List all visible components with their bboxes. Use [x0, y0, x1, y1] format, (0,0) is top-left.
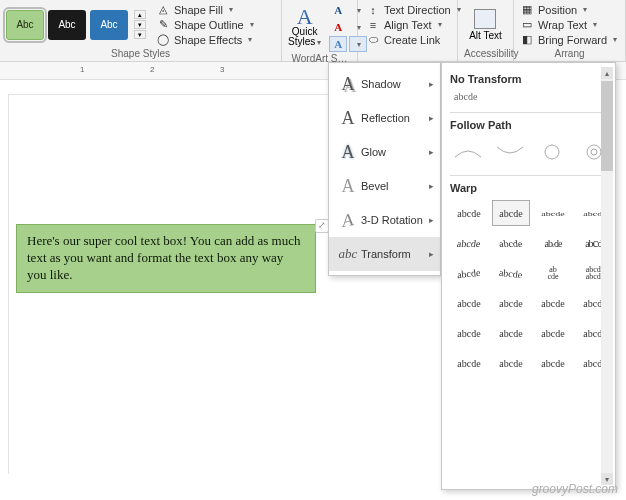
- no-transform-option[interactable]: abcde: [454, 91, 613, 102]
- shape-fill[interactable]: ◬Shape Fill▾: [156, 3, 254, 17]
- warp-option[interactable]: abcde: [450, 350, 488, 376]
- quick-styles-button[interactable]: A Quick Styles▾: [288, 7, 321, 48]
- position-icon: ▦: [520, 3, 534, 17]
- warp-option[interactable]: abcde: [492, 290, 530, 316]
- menu-rotation[interactable]: A3-D Rotation▸: [329, 203, 440, 237]
- warp-option[interactable]: abcde: [534, 200, 572, 226]
- forward-icon: ◧: [520, 33, 534, 47]
- shape-outline[interactable]: ✎Shape Outline▾: [156, 18, 254, 32]
- svg-point-0: [545, 145, 559, 159]
- warp-option[interactable]: abcde: [492, 320, 530, 346]
- warp-grid: abcde abcde abcde abcde abcde abcde abcd…: [450, 200, 613, 376]
- group-label-shape-styles: Shape Styles: [6, 47, 275, 61]
- text-direction-icon: ↕: [366, 3, 380, 17]
- layout-options-handle[interactable]: ⤢: [315, 219, 329, 233]
- scroll-up-button[interactable]: ▴: [601, 67, 613, 79]
- text-fill-button[interactable]: A: [329, 2, 347, 18]
- wrap-icon: ▭: [520, 18, 534, 32]
- warp-option[interactable]: abcde: [534, 290, 572, 316]
- bevel-icon: A: [335, 176, 361, 197]
- rotation-icon: A: [335, 207, 361, 233]
- style-swatch-black[interactable]: Abc: [48, 10, 86, 40]
- gallery-down[interactable]: ▾: [134, 20, 146, 29]
- menu-transform[interactable]: abcTransform▸: [329, 237, 440, 271]
- shape-effects[interactable]: ◯Shape Effects▾: [156, 33, 254, 47]
- bucket-icon: ◬: [156, 3, 170, 17]
- warp-option[interactable]: abcde: [534, 350, 572, 376]
- style-swatch-green[interactable]: Abc: [6, 10, 44, 40]
- group-shape-styles: Abc Abc Abc ▴ ▾ ▾ ◬Shape Fill▾ ✎Shape Ou…: [0, 0, 282, 61]
- warp-option-selected[interactable]: abcde: [492, 200, 530, 226]
- warp-option[interactable]: abcde: [450, 200, 488, 226]
- svg-point-1: [587, 145, 601, 159]
- warp-option[interactable]: abcde: [450, 320, 488, 346]
- glow-icon: A: [335, 142, 361, 163]
- follow-path-arch-down[interactable]: [492, 137, 528, 167]
- watermark: groovyPost.com: [532, 482, 618, 496]
- group-wordart: A Quick Styles▾ A ▾ A ▾ A ▾ WordArt S…: [282, 0, 358, 61]
- transform-icon: abc: [335, 246, 361, 262]
- text-outline-button[interactable]: A: [329, 19, 347, 35]
- warp-option[interactable]: abcde: [492, 350, 530, 376]
- text-effects-button[interactable]: A: [329, 36, 347, 52]
- align-text[interactable]: ≡Align Text▾: [366, 18, 461, 32]
- warp-option[interactable]: abcde: [534, 320, 572, 346]
- gallery-scrollbar[interactable]: ▴ ▾: [601, 67, 613, 485]
- reflection-icon: A: [335, 108, 361, 129]
- menu-reflection[interactable]: AReflection▸: [329, 101, 440, 135]
- alt-text-icon: [474, 9, 496, 29]
- text-box[interactable]: ⤢ Here's our super cool text box! You ca…: [16, 224, 316, 293]
- quick-styles-icon: A: [297, 7, 313, 27]
- warp-option[interactable]: abcde: [534, 230, 572, 256]
- follow-path-circle[interactable]: [534, 137, 570, 167]
- text-effects-menu: AShadow▸ AReflection▸ AGlow▸ ABevel▸ A3-…: [328, 62, 441, 276]
- style-swatch-blue[interactable]: Abc: [90, 10, 128, 40]
- link-icon: ⬭: [366, 33, 380, 47]
- group-label-arrange: Arrang: [520, 47, 619, 61]
- group-arrange: ▦Position▾ ▭Wrap Text▾ ◧Bring Forward▾ A…: [514, 0, 626, 61]
- pen-icon: ✎: [156, 18, 170, 32]
- gallery-head-warp: Warp: [450, 182, 613, 194]
- group-text: ↕Text Direction▾ ≡Align Text▾ ⬭Create Li…: [358, 0, 458, 61]
- svg-point-2: [591, 149, 597, 155]
- shadow-icon: A: [335, 74, 361, 95]
- position-button[interactable]: ▦Position▾: [520, 3, 617, 17]
- group-label-accessibility: Accessibility: [464, 47, 507, 61]
- menu-shadow[interactable]: AShadow▸: [329, 67, 440, 101]
- warp-option[interactable]: abcde: [450, 290, 488, 316]
- menu-bevel[interactable]: ABevel▸: [329, 169, 440, 203]
- gallery-up[interactable]: ▴: [134, 10, 146, 19]
- create-link[interactable]: ⬭Create Link: [366, 33, 461, 47]
- warp-option[interactable]: abcde: [534, 260, 572, 286]
- gallery-more[interactable]: ▾: [134, 30, 146, 39]
- ribbon: Abc Abc Abc ▴ ▾ ▾ ◬Shape Fill▾ ✎Shape Ou…: [0, 0, 626, 62]
- gallery-head-follow-path: Follow Path: [450, 119, 613, 131]
- warp-option[interactable]: abcde: [492, 260, 530, 286]
- scroll-thumb[interactable]: [601, 81, 613, 171]
- follow-path-arch-up[interactable]: [450, 137, 486, 167]
- wrap-text-button[interactable]: ▭Wrap Text▾: [520, 18, 617, 32]
- text-direction[interactable]: ↕Text Direction▾: [366, 3, 461, 17]
- align-icon: ≡: [366, 18, 380, 32]
- gallery-head-no-transform: No Transform: [450, 73, 613, 85]
- warp-option[interactable]: abcde: [450, 260, 488, 286]
- alt-text-button[interactable]: Alt Text: [469, 9, 502, 41]
- follow-path-row: [450, 137, 613, 167]
- effects-icon: ◯: [156, 33, 170, 47]
- text-box-content: Here's our super cool text box! You can …: [27, 233, 300, 282]
- warp-option[interactable]: abcde: [492, 230, 530, 256]
- warp-option[interactable]: abcde: [450, 230, 488, 256]
- transform-gallery: No Transform abcde Follow Path Warp abcd…: [441, 62, 616, 490]
- bring-forward-button[interactable]: ◧Bring Forward▾: [520, 33, 617, 47]
- menu-glow[interactable]: AGlow▸: [329, 135, 440, 169]
- group-accessibility: Alt Text Accessibility: [458, 0, 514, 61]
